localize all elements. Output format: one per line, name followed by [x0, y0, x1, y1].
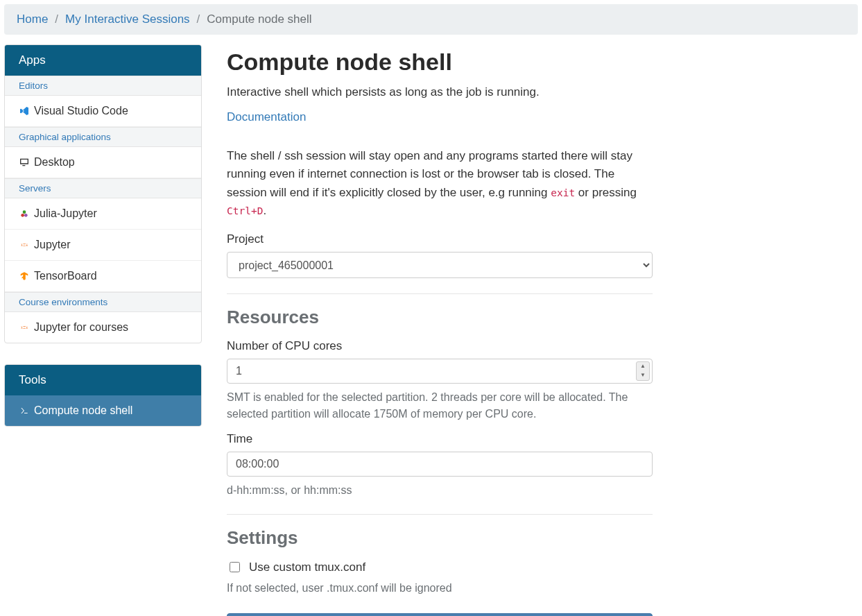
desc-text: or pressing: [575, 186, 637, 199]
group-graphical: Graphical applications: [5, 127, 201, 147]
cpu-input[interactable]: [227, 359, 653, 384]
divider: [227, 514, 653, 515]
code-exit: exit: [551, 187, 575, 198]
cpu-help: SMT is enabled for the selected partitio…: [227, 389, 653, 422]
sidebar-item-label: Jupyter: [34, 239, 70, 251]
cpu-group: Number of CPU cores ▲ ▼ SMT is enabled f…: [227, 339, 653, 422]
apps-panel-title: Apps: [5, 45, 201, 76]
sidebar-item-tensorboard[interactable]: TensorBoard: [5, 261, 201, 292]
resources-heading: Resources: [227, 307, 653, 328]
project-label: Project: [227, 232, 653, 246]
svg-point-1: [24, 214, 28, 217]
page-description: The shell / ssh session will stay open a…: [227, 147, 653, 220]
launch-button[interactable]: Launch: [227, 613, 653, 616]
tools-panel-title: Tools: [5, 365, 201, 395]
tools-panel: Tools Compute node shell: [4, 364, 202, 427]
sidebar-item-label: Visual Studio Code: [34, 105, 128, 117]
divider: [227, 293, 653, 294]
group-servers: Servers: [5, 178, 201, 198]
documentation-link[interactable]: Documentation: [227, 110, 306, 124]
sidebar-item-julia-jupyter[interactable]: Julia-Jupyter: [5, 198, 201, 230]
page-lead: Interactive shell which persists as long…: [227, 85, 653, 99]
spin-up-icon[interactable]: ▲: [637, 362, 649, 371]
project-select[interactable]: project_465000001: [227, 252, 653, 278]
breadcrumb-sep-icon: /: [197, 12, 200, 26]
jupyter-icon: [19, 239, 30, 250]
sidebar-item-label: Desktop: [34, 156, 75, 169]
tmux-checkbox[interactable]: [230, 562, 240, 572]
sidebar-item-label: TensorBoard: [34, 270, 97, 282]
sidebar-item-desktop[interactable]: Desktop: [5, 147, 201, 178]
sidebar-item-compute-shell[interactable]: Compute node shell: [5, 395, 201, 426]
time-group: Time d-hh:mm:ss, or hh:mm:ss: [227, 432, 653, 499]
breadcrumb-home[interactable]: Home: [17, 12, 48, 26]
sidebar-item-label: Compute node shell: [34, 404, 132, 417]
number-spinner[interactable]: ▲ ▼: [636, 361, 650, 381]
svg-point-0: [21, 214, 24, 217]
breadcrumb-sep-icon: /: [55, 12, 58, 26]
tensorflow-icon: [19, 271, 30, 282]
code-ctrld: Ctrl+D: [227, 205, 263, 216]
sidebar-item-jupyter[interactable]: Jupyter: [5, 230, 201, 261]
sidebar: Apps Editors Visual Studio Code Graphica…: [4, 44, 202, 447]
julia-icon: [19, 208, 30, 219]
page-title: Compute node shell: [227, 49, 653, 76]
apps-panel: Apps Editors Visual Studio Code Graphica…: [4, 44, 202, 343]
project-group: Project project_465000001: [227, 232, 653, 278]
desktop-icon: [19, 157, 30, 168]
breadcrumb: Home / My Interactive Sessions / Compute…: [4, 4, 858, 35]
breadcrumb-current: Compute node shell: [207, 12, 311, 26]
main-content: Compute node shell Interactive shell whi…: [223, 44, 653, 616]
tmux-label: Use custom tmux.conf: [249, 561, 365, 574]
svg-point-2: [23, 210, 26, 214]
vscode-icon: [19, 105, 30, 117]
tmux-help: If not selected, user .tmux.conf will be…: [227, 580, 653, 597]
group-editors: Editors: [5, 76, 201, 96]
settings-heading: Settings: [227, 527, 653, 549]
sidebar-item-label: Jupyter for courses: [34, 321, 128, 334]
time-input[interactable]: [227, 452, 653, 477]
sidebar-item-vscode[interactable]: Visual Studio Code: [5, 96, 201, 127]
breadcrumb-sessions[interactable]: My Interactive Sessions: [65, 12, 190, 26]
sidebar-item-label: Julia-Jupyter: [34, 207, 97, 220]
group-courses: Course environments: [5, 292, 201, 312]
terminal-icon: [19, 405, 30, 416]
cpu-label: Number of CPU cores: [227, 339, 653, 353]
time-label: Time: [227, 432, 653, 446]
time-help: d-hh:mm:ss, or hh:mm:ss: [227, 482, 653, 499]
sidebar-item-jupyter-courses[interactable]: Jupyter for courses: [5, 312, 201, 343]
tmux-group: Use custom tmux.conf If not selected, us…: [227, 560, 653, 597]
desc-text: .: [263, 204, 266, 217]
jupyter-icon: [19, 322, 30, 333]
spin-down-icon[interactable]: ▼: [637, 371, 649, 380]
